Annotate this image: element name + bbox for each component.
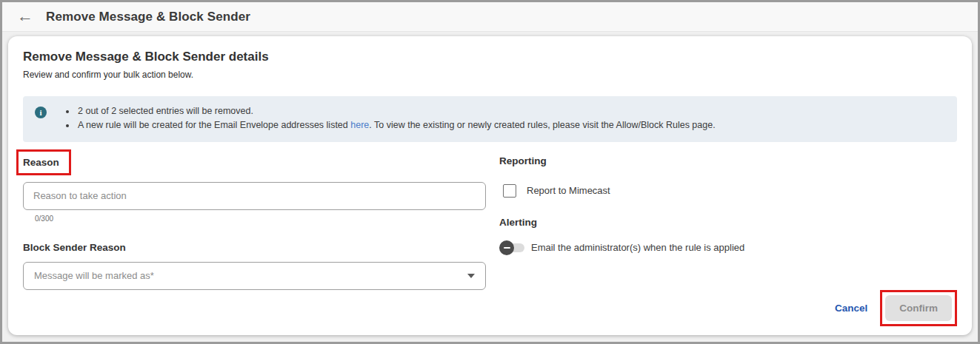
bullet2-text-post: . To view the existing or newly created … — [369, 120, 715, 130]
form-left-column: Reason 0/300 Block Sender Reason Message… — [23, 155, 486, 290]
page-title: Remove Message & Block Sender — [46, 10, 250, 24]
email-admin-toggle[interactable] — [499, 240, 524, 255]
annotation-box-reason: Reason — [16, 149, 71, 175]
here-link[interactable]: here — [350, 120, 369, 130]
info-bullet-new-rule: A new rule will be created for the Email… — [76, 118, 716, 132]
info-banner: i 2 out of 2 selected entries will be re… — [23, 96, 957, 142]
form-right-column: Reporting Report to Mimecast Alerting Em… — [499, 155, 957, 290]
block-sender-reason-label: Block Sender Reason — [23, 242, 486, 253]
char-counter: 0/300 — [35, 215, 486, 223]
info-bullet-list: 2 out of 2 selected entries will be remo… — [76, 104, 716, 133]
annotation-box-confirm: Confirm — [880, 290, 957, 326]
page-header: ← Remove Message & Block Sender — [2, 2, 978, 32]
block-sender-reason-dropdown[interactable]: Message will be marked as* — [23, 262, 486, 290]
email-admin-toggle-row: Email the administrator(s) when the rule… — [499, 240, 957, 255]
report-to-mimecast-checkbox[interactable] — [503, 184, 516, 198]
email-admin-toggle-label: Email the administrator(s) when the rule… — [531, 242, 744, 253]
back-arrow-icon[interactable]: ← — [17, 8, 33, 24]
bullet2-text-pre: A new rule will be created for the Email… — [78, 120, 350, 130]
footer-actions: Cancel Confirm — [23, 290, 957, 326]
details-card: Remove Message & Block Sender details Re… — [8, 36, 972, 335]
report-to-mimecast-label: Report to Mimecast — [527, 185, 610, 196]
cancel-button[interactable]: Cancel — [835, 303, 867, 314]
info-bullet-removed-count: 2 out of 2 selected entries will be remo… — [76, 104, 716, 118]
chevron-down-icon — [467, 274, 475, 278]
card-title: Remove Message & Block Sender details — [23, 50, 957, 64]
report-to-mimecast-row: Report to Mimecast — [499, 184, 957, 198]
info-icon: i — [35, 107, 47, 118]
dropdown-placeholder: Message will be marked as* — [34, 270, 154, 281]
reason-input[interactable] — [23, 182, 486, 210]
form-grid: Reason 0/300 Block Sender Reason Message… — [23, 155, 957, 290]
alerting-label: Alerting — [499, 217, 957, 228]
reporting-label: Reporting — [499, 155, 957, 166]
block-sender-reason-field: Block Sender Reason Message will be mark… — [23, 242, 486, 290]
card-subtitle: Review and confirm your bulk action belo… — [23, 70, 957, 80]
toggle-knob-off-icon — [499, 240, 514, 255]
window: ← Remove Message & Block Sender Remove M… — [0, 0, 980, 344]
reason-label: Reason — [23, 157, 59, 168]
confirm-button[interactable]: Confirm — [885, 295, 952, 321]
